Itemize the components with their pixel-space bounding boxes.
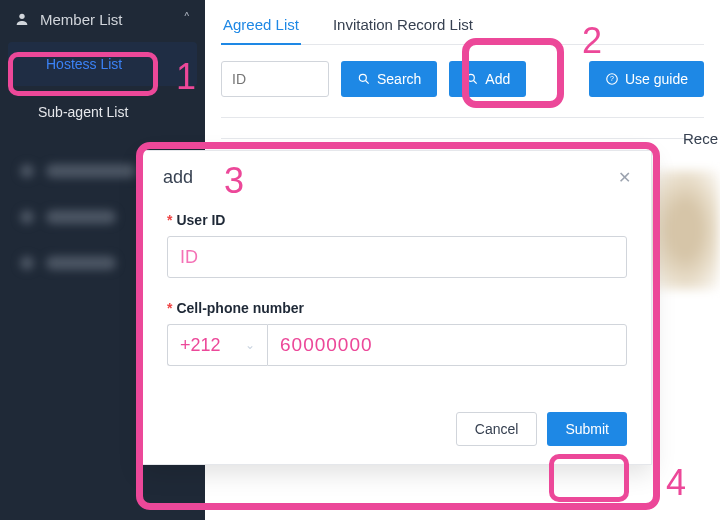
modal-backdrop: add ✕ *User ID *Cell-phone number +212 ⌄… [0,0,720,520]
close-icon[interactable]: ✕ [618,168,631,187]
modal-header: add ✕ [143,151,651,204]
submit-button[interactable]: Submit [547,412,627,446]
phone-prefix-select[interactable]: +212 ⌄ [167,324,267,366]
phone-input[interactable] [267,324,627,366]
cancel-button[interactable]: Cancel [456,412,538,446]
chevron-down-icon: ⌄ [245,338,255,352]
sidebar-item-label: Hostess List [46,56,122,72]
phone-prefix-value: +212 [180,335,221,356]
modal-title: add [163,167,193,188]
required-asterisk: * [167,212,172,228]
modal-body: *User ID *Cell-phone number +212 ⌄ [143,204,651,412]
modal-footer: Cancel Submit [143,412,651,464]
add-modal: add ✕ *User ID *Cell-phone number +212 ⌄… [142,150,652,465]
phone-row: +212 ⌄ [167,324,627,366]
required-asterisk: * [167,300,172,316]
phone-label: *Cell-phone number [167,300,627,316]
user-id-input[interactable] [167,236,627,278]
user-id-label: *User ID [167,212,627,228]
